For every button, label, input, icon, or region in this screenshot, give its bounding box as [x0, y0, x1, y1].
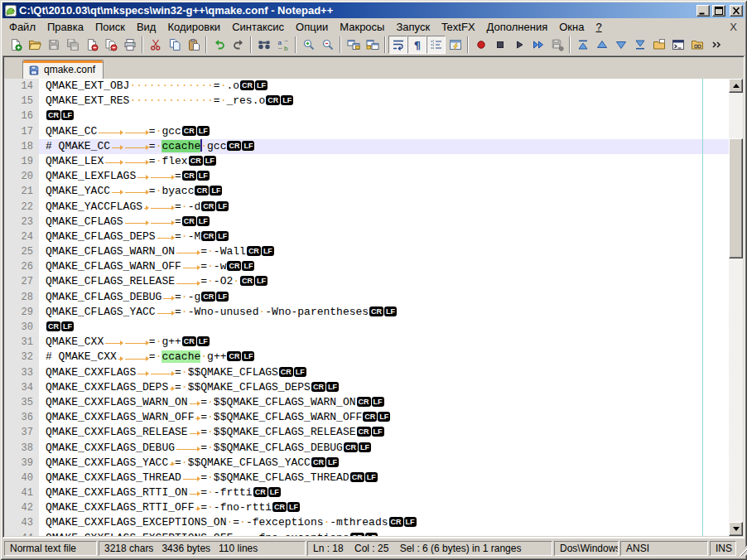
line-content[interactable]: QMAKE_CXXFLAGS_EXCEPTIONS_ON·=·-fexcepti… — [44, 515, 729, 530]
menu-item-help[interactable]: ? — [590, 19, 607, 35]
editor-line[interactable]: 30CRLF — [4, 320, 729, 335]
editor-line[interactable]: 39QMAKE_CXXFLAGS_YACC=·$$QMAKE_CFLAGS_YA… — [4, 456, 729, 471]
scroll-down-button[interactable] — [729, 522, 743, 536]
line-number[interactable]: 34 — [4, 380, 39, 395]
editor-line[interactable]: 37QMAKE_CXXFLAGS_RELEASE=·$$QMAKE_CFLAGS… — [4, 425, 729, 440]
line-content[interactable]: QMAKE_CFLAGS_WARN_ON=·-WallCRLF — [44, 244, 729, 259]
line-number[interactable]: 25 — [4, 244, 39, 259]
editor-text-area[interactable]: 14QMAKE_EXT_OBJ·············=·.oCRLF15QM… — [4, 79, 729, 536]
find-button[interactable] — [254, 36, 273, 54]
line-number[interactable]: 35 — [4, 395, 39, 410]
close-file-button[interactable] — [82, 36, 101, 54]
cut-button[interactable] — [146, 36, 165, 54]
line-content[interactable]: QMAKE_CXXFLAGS_RELEASE=·$$QMAKE_CFLAGS_R… — [44, 425, 729, 440]
save-button[interactable] — [44, 36, 63, 54]
close-all-button[interactable] — [101, 36, 120, 54]
line-number[interactable]: 21 — [4, 184, 39, 199]
line-content[interactable]: QMAKE_CFLAGS=CRLF — [44, 215, 729, 229]
line-number[interactable]: 26 — [4, 259, 39, 274]
redo-button[interactable] — [229, 36, 248, 54]
line-number[interactable]: 15 — [4, 94, 39, 109]
editor-line[interactable]: 20QMAKE_LEXFLAGS=CRLF — [4, 169, 729, 184]
editor-line[interactable]: 16CRLF — [4, 109, 729, 123]
line-number[interactable]: 24 — [4, 229, 39, 244]
line-number[interactable]: 29 — [4, 305, 39, 320]
close-document-button[interactable]: X — [722, 21, 745, 33]
editor-line[interactable]: 31QMAKE_CXX=·g++CRLF — [4, 335, 729, 350]
line-content[interactable]: QMAKE_CXXFLAGS_RTTI_ON=·-frttiCRLF — [44, 485, 729, 500]
macro-playback-button[interactable] — [509, 36, 528, 54]
nav-next-button[interactable] — [611, 36, 630, 54]
line-content[interactable]: QMAKE_CFLAGS_YACC=·-Wno-unused·-Wno-pare… — [44, 305, 729, 320]
editor-line[interactable]: 43QMAKE_CXXFLAGS_EXCEPTIONS_ON·=·-fexcep… — [4, 515, 729, 530]
sync-vertical-button[interactable] — [344, 36, 363, 54]
line-number[interactable]: 19 — [4, 154, 39, 169]
line-number[interactable]: 41 — [4, 485, 39, 500]
line-number[interactable]: 40 — [4, 471, 39, 485]
line-content[interactable]: QMAKE_CXXFLAGS_DEBUG=·$$QMAKE_CFLAGS_DEB… — [44, 441, 729, 456]
line-content[interactable]: CRLF — [44, 320, 729, 335]
line-number[interactable]: 43 — [4, 515, 39, 530]
line-number[interactable]: 37 — [4, 425, 39, 440]
line-content[interactable]: QMAKE_CXXFLAGS_RTTI_OFF=·-fno-rttiCRLF — [44, 500, 729, 515]
scrollbar-thumb[interactable] — [729, 138, 743, 258]
line-number[interactable]: 27 — [4, 274, 39, 289]
line-number[interactable]: 30 — [4, 320, 39, 335]
zoom-out-button[interactable] — [318, 36, 337, 54]
paste-button[interactable] — [184, 36, 203, 54]
sync-horizontal-button[interactable] — [363, 36, 382, 54]
line-content[interactable]: QMAKE_CXXFLAGS_YACC=·$$QMAKE_CFLAGS_YACC… — [44, 456, 729, 471]
editor-line[interactable]: 29QMAKE_CFLAGS_YACC=·-Wno-unused·-Wno-pa… — [4, 305, 729, 320]
macro-save-button[interactable] — [547, 36, 566, 54]
line-content[interactable]: QMAKE_EXT_OBJ·············=·.oCRLF — [44, 79, 729, 94]
line-number[interactable]: 32 — [4, 350, 39, 364]
maximize-button[interactable] — [712, 5, 725, 17]
editor-line[interactable]: 27QMAKE_CFLAGS_RELEASE=·-O2·CRLF — [4, 274, 729, 289]
editor-line[interactable]: 24QMAKE_CFLAGS_DEPS=·-MCRLF — [4, 229, 729, 244]
editor-line[interactable]: 23QMAKE_CFLAGS=CRLF — [4, 215, 729, 229]
line-content[interactable]: QMAKE_CXXFLAGS_WARN_ON=·$$QMAKE_CFLAGS_W… — [44, 395, 729, 410]
editor-line[interactable]: 44QMAKE_CXXFLAGS_EXCEPTIONS_OFF·=·-fno-e… — [4, 531, 729, 536]
line-content[interactable]: QMAKE_CFLAGS_WARN_OFF=·-wCRLF — [44, 259, 729, 274]
editor-line[interactable]: 38QMAKE_CXXFLAGS_DEBUG=·$$QMAKE_CFLAGS_D… — [4, 441, 729, 456]
line-content[interactable]: CRLF — [44, 109, 729, 123]
editor-line[interactable]: 26QMAKE_CFLAGS_WARN_OFF=·-wCRLF — [4, 259, 729, 274]
line-content[interactable]: QMAKE_YACC=·byaccCRLF — [44, 184, 729, 199]
line-number[interactable]: 39 — [4, 456, 39, 471]
line-content[interactable]: # QMAKE_CXX=·ccache·g++CRLF — [44, 350, 729, 364]
menu-item-language[interactable]: Синтаксис — [226, 19, 290, 35]
minimize-button[interactable] — [696, 5, 710, 17]
line-number[interactable]: 17 — [4, 124, 39, 139]
zoom-in-button[interactable] — [299, 36, 318, 54]
editor[interactable]: 14QMAKE_EXT_OBJ·············=·.oCRLF15QM… — [4, 79, 743, 536]
menu-item-encoding[interactable]: Кодировки — [161, 19, 226, 35]
editor-line[interactable]: 40QMAKE_CXXFLAGS_THREAD=·$$QMAKE_CFLAGS_… — [4, 471, 729, 485]
editor-line[interactable]: 22QMAKE_YACCFLAGS=·-dCRLF — [4, 200, 729, 215]
line-number[interactable]: 28 — [4, 290, 39, 305]
macro-record-button[interactable] — [471, 36, 490, 54]
editor-line[interactable]: 36QMAKE_CXXFLAGS_WARN_OFF=·$$QMAKE_CFLAG… — [4, 410, 729, 425]
line-content[interactable]: QMAKE_CXXFLAGS_EXCEPTIONS_OFF·=·-fno-exc… — [44, 531, 729, 536]
line-content[interactable]: QMAKE_CXXFLAGS_DEPS=·$$QMAKE_CFLAGS_DEPS… — [44, 380, 729, 395]
nav-first-button[interactable] — [573, 36, 592, 54]
menu-item-view[interactable]: Вид — [131, 19, 162, 35]
show-indent-guide-button[interactable] — [427, 36, 446, 54]
cmd-console-button[interactable] — [668, 36, 687, 54]
line-content[interactable]: QMAKE_CXX=·g++CRLF — [44, 335, 729, 350]
line-content[interactable]: QMAKE_YACCFLAGS=·-dCRLF — [44, 200, 729, 215]
editor-line[interactable]: 33QMAKE_CXXFLAGS=·$$QMAKE_CFLAGSCRLF — [4, 365, 729, 380]
line-content[interactable]: QMAKE_LEXFLAGS=CRLF — [44, 169, 729, 184]
show-all-characters-button[interactable]: ¶ — [407, 36, 427, 54]
editor-line[interactable]: 42QMAKE_CXXFLAGS_RTTI_OFF=·-fno-rttiCRLF — [4, 500, 729, 515]
new-file-button[interactable] — [6, 36, 25, 54]
editor-line[interactable]: 17QMAKE_CC=·gccCRLF — [4, 124, 729, 139]
replace-button[interactable]: ab — [273, 36, 292, 54]
print-button[interactable] — [120, 36, 139, 54]
line-content[interactable]: QMAKE_CFLAGS_RELEASE=·-O2·CRLF — [44, 274, 729, 289]
macro-stop-button[interactable] — [490, 36, 509, 54]
title-bar[interactable]: C:\Qt\2010.03\qt\mkspecs\win32-g++\qmake… — [2, 2, 745, 18]
editor-line[interactable]: 34QMAKE_CXXFLAGS_DEPS=·$$QMAKE_CFLAGS_DE… — [4, 380, 729, 395]
editor-line[interactable]: 18# QMAKE_CC=·ccache·gccCRLF — [4, 139, 729, 154]
editor-line[interactable]: 41QMAKE_CXXFLAGS_RTTI_ON=·-frttiCRLF — [4, 485, 729, 500]
line-number[interactable]: 33 — [4, 365, 39, 380]
